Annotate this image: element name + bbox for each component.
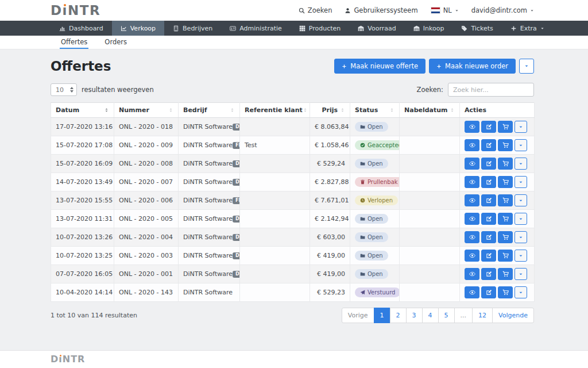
logo-dot <box>64 4 66 6</box>
cart-button[interactable] <box>498 176 513 188</box>
nav-item-bedrijven[interactable]: Bedrijven <box>164 21 221 36</box>
edit-button[interactable] <box>481 139 496 151</box>
tab-orders[interactable]: Orders <box>103 36 128 49</box>
dintr-logo[interactable]: DıNTR <box>51 4 100 17</box>
cart-button[interactable] <box>498 231 513 243</box>
nav-item-dashboard[interactable]: Dashboard <box>51 21 112 36</box>
edit-button[interactable] <box>481 194 496 206</box>
view-button[interactable] <box>465 194 479 206</box>
cell-referentie: Test <box>240 136 310 155</box>
more-create-options-button[interactable] <box>519 59 534 74</box>
header-datum[interactable]: Datum <box>51 103 114 118</box>
more-actions-button[interactable] <box>514 231 527 243</box>
page-button[interactable]: 1 <box>374 308 390 323</box>
view-button[interactable] <box>465 231 479 243</box>
header-bedrijf[interactable]: Bedrijf <box>179 103 240 118</box>
table-header-row: Datum Nummer Bedrijf Referentie klant Pr… <box>51 103 535 118</box>
edit-button[interactable] <box>481 268 496 280</box>
nav-item-extra[interactable]: Extra <box>502 21 553 36</box>
page-button[interactable]: 4 <box>422 308 439 323</box>
view-button[interactable] <box>465 286 479 298</box>
header-status[interactable]: Status <box>350 103 400 118</box>
cell-prijs: € 1.058,46 <box>310 136 350 155</box>
plus-icon <box>510 25 517 32</box>
edit-button[interactable] <box>481 158 496 170</box>
more-actions-button[interactable] <box>514 121 527 133</box>
cart-button[interactable] <box>498 250 513 262</box>
cart-button[interactable] <box>498 286 513 298</box>
nav-item-tickets[interactable]: Tickets <box>452 21 501 36</box>
edit-button[interactable] <box>481 213 496 225</box>
building-icon <box>173 25 179 32</box>
prev-page-button[interactable]: Vorige <box>342 308 374 323</box>
edit-button[interactable] <box>481 231 496 243</box>
edit-button[interactable] <box>481 121 496 133</box>
warehouse-icon <box>413 25 420 32</box>
page-length-select[interactable]: 10 <box>51 83 77 96</box>
tab-offertes[interactable]: Offertes <box>60 36 88 49</box>
table-row: 15-07-2020 16:09 ONL - 2020 - 008 DiNTR … <box>51 155 535 173</box>
nav-item-verkoop[interactable]: Verkoop <box>112 21 164 36</box>
new-order-button[interactable]: Maak nieuwe order <box>429 59 516 74</box>
cell-nummer: ONL - 2020 - 005 <box>114 210 179 228</box>
cell-datum: 14-07-2020 13:49 <box>51 173 114 191</box>
header-nabeldatum[interactable]: Nabeldatum <box>400 103 460 118</box>
more-actions-button[interactable] <box>514 176 527 188</box>
table-row: 14-07-2020 13:49 ONL - 2020 - 007 DiNTR … <box>51 173 535 191</box>
more-actions-button[interactable] <box>514 268 527 280</box>
edit-button[interactable] <box>481 286 496 298</box>
next-page-button[interactable]: Volgende <box>492 308 534 323</box>
nav-item-inkoop[interactable]: Inkoop <box>405 21 453 36</box>
view-button[interactable] <box>465 250 479 262</box>
view-button[interactable] <box>465 158 479 170</box>
cart-button[interactable] <box>498 194 513 206</box>
more-actions-button[interactable] <box>514 250 527 262</box>
edit-button[interactable] <box>481 176 496 188</box>
pencil-icon <box>486 197 492 204</box>
header-referentie-klant[interactable]: Referentie klant <box>240 103 310 118</box>
view-button[interactable] <box>465 268 479 280</box>
header-nummer[interactable]: Nummer <box>114 103 179 118</box>
view-button[interactable] <box>465 139 479 151</box>
cell-bedrijf: DiNTR SoftwareDE <box>179 118 240 136</box>
pencil-icon <box>486 124 492 130</box>
cart-button[interactable] <box>498 268 513 280</box>
topbar-search[interactable]: Zoeken <box>299 6 332 14</box>
cart-button[interactable] <box>498 121 513 133</box>
cart-button[interactable] <box>498 213 513 225</box>
topbar-user-system[interactable]: Gebruikerssysteem <box>345 6 417 14</box>
pencil-icon <box>486 179 492 185</box>
page-button[interactable]: 2 <box>390 308 407 323</box>
sort-icon <box>168 108 173 113</box>
cell-referentie <box>240 118 310 136</box>
new-offer-button[interactable]: Maak nieuwe offerte <box>334 59 425 74</box>
status-badge: Geaccepteerd <box>355 140 400 150</box>
view-button[interactable] <box>465 121 479 133</box>
more-actions-button[interactable] <box>514 213 527 225</box>
more-actions-button[interactable] <box>514 194 527 206</box>
header-prijs[interactable]: Prijs <box>310 103 350 118</box>
folder-icon <box>360 235 365 240</box>
cell-nabeldatum <box>400 210 460 228</box>
page-button[interactable]: 5 <box>438 308 455 323</box>
cart-icon <box>502 252 509 259</box>
topbar-language-menu[interactable]: NL <box>431 6 459 14</box>
edit-button[interactable] <box>481 250 496 262</box>
topbar-account-menu[interactable]: david@dintr.com <box>471 6 534 14</box>
nav-item-voorraad[interactable]: Voorraad <box>349 21 404 36</box>
page-button[interactable]: 12 <box>472 308 493 323</box>
cart-button[interactable] <box>498 139 513 151</box>
cart-button[interactable] <box>498 158 513 170</box>
eye-icon <box>469 142 475 148</box>
nav-item-producten[interactable]: Producten <box>291 21 350 36</box>
cell-acties <box>460 283 535 302</box>
nav-item-administratie[interactable]: Administratie <box>221 21 291 36</box>
table-search-input[interactable] <box>448 83 534 97</box>
cell-referentie <box>240 155 310 173</box>
more-actions-button[interactable] <box>514 286 527 298</box>
more-actions-button[interactable] <box>514 139 527 151</box>
view-button[interactable] <box>465 176 479 188</box>
view-button[interactable] <box>465 213 479 225</box>
more-actions-button[interactable] <box>514 158 527 170</box>
page-button[interactable]: 3 <box>406 308 423 323</box>
